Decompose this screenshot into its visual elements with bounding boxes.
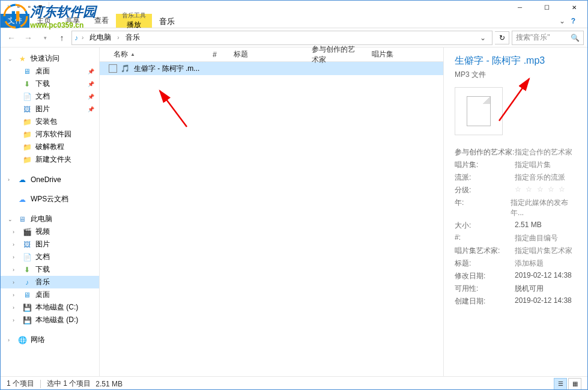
sidebar-item-music[interactable]: ›♪音乐 (1, 276, 99, 288)
sidebar-item-documents[interactable]: 📄文档📌 (1, 90, 99, 103)
sidebar-item-downloads[interactable]: ⬇下载📌 (1, 78, 99, 90)
pc-icon: 🖥 (17, 215, 27, 224)
chevron-down-icon[interactable]: ⌄ (8, 56, 14, 62)
column-artist[interactable]: 参与创作的艺术家 (307, 42, 367, 67)
checkbox[interactable] (109, 64, 117, 73)
minimize-button[interactable]: ─ (506, 1, 533, 14)
pin-icon: 📌 (88, 69, 94, 75)
statusbar: 1 个项目 选中 1 个项目 2.51 MB ☰ ▦ (1, 376, 587, 390)
details-album[interactable]: 指定唱片集 (515, 160, 551, 170)
details-title: 生僻字 - 陈柯宇 .mp3 (455, 55, 577, 67)
sidebar-onedrive[interactable]: ›☁OneDrive (1, 173, 99, 186)
refresh-button[interactable]: ↻ (495, 31, 509, 44)
folder-icon: 📁 (22, 117, 32, 127)
pin-icon: 📌 (88, 94, 94, 100)
back-button[interactable]: ← (4, 31, 19, 45)
sidebar-item-desktop[interactable]: 🖥桌面📌 (1, 65, 99, 78)
sidebar-this-pc[interactable]: ⌄🖥此电脑 (1, 213, 99, 225)
details-pane: 生僻字 - 陈柯宇 .mp3 MP3 文件 参与创作的艺术家:指定合作的艺术家 … (443, 47, 587, 376)
column-name[interactable]: 名称▲ (109, 47, 208, 62)
details-albumartist[interactable]: 指定唱片集艺术家 (515, 246, 572, 256)
details-tracknum[interactable]: 指定曲目编号 (515, 233, 558, 243)
sidebar-item-downloads[interactable]: ›⬇下载 (1, 263, 99, 276)
addressbar: ← → ▾ ↑ ♪ › 此电脑 › 音乐 ⌄ ↻ 搜索"音乐" 🔍 (1, 28, 587, 47)
forward-button[interactable]: → (21, 31, 35, 45)
up-button[interactable]: ↑ (55, 31, 69, 45)
sidebar-item-folder[interactable]: 📁新建文件夹 (1, 153, 99, 166)
chevron-right-icon[interactable]: › (115, 34, 121, 41)
details-artist[interactable]: 指定合作的艺术家 (515, 147, 572, 157)
breadcrumb-music[interactable]: 音乐 (123, 31, 142, 44)
status-item-count: 1 个项目 (7, 379, 34, 389)
column-title[interactable]: 标题 (229, 47, 307, 62)
qat-dropdown-icon[interactable]: ▾ (35, 2, 45, 11)
pin-icon: 📌 (88, 106, 94, 112)
column-number[interactable]: # (208, 48, 229, 61)
drive-icon: 💾 (22, 315, 32, 325)
file-row[interactable]: 🎵 生僻字 - 陈柯宇 .m... (100, 62, 443, 75)
music-icon: ♪ (74, 34, 78, 42)
file-icon: 🎵 (121, 64, 130, 73)
chevron-right-icon[interactable]: › (8, 177, 14, 183)
sidebar-item-desktop[interactable]: ›🖥桌面 (1, 288, 99, 301)
details-genre[interactable]: 指定音乐的流派 (515, 172, 565, 183)
ribbon-tab-home[interactable]: 主页 (29, 14, 58, 28)
pin-icon: 📌 (88, 81, 94, 87)
folder-icon: 📁 (22, 142, 32, 152)
picture-icon: 🖼 (22, 105, 32, 114)
details-rating[interactable]: ☆ ☆ ☆ ☆ ☆ (515, 185, 566, 195)
details-properties: 参与创作的艺术家:指定合作的艺术家 唱片集:指定唱片集 流派:指定音乐的流派 分… (455, 147, 577, 306)
sidebar-item-folder[interactable]: 📁河东软件园 (1, 128, 99, 141)
document-icon: 📄 (22, 252, 32, 262)
chevron-down-icon[interactable]: ⌄ (8, 216, 14, 222)
star-icon: ★ (17, 54, 27, 64)
picture-icon: 🖼 (22, 240, 32, 249)
ribbon-tab-view[interactable]: 查看 (87, 14, 116, 28)
ribbon-expand-icon[interactable]: ⌄ (559, 17, 565, 25)
close-button[interactable]: ✕ (560, 1, 587, 14)
sidebar-item-folder[interactable]: 📁破解教程 (1, 141, 99, 153)
details-year[interactable]: 指定此媒体的发布年... (511, 198, 577, 218)
details-created: 2019-02-12 14:38 (515, 296, 572, 306)
qat-item-icon[interactable]: ▫ (14, 2, 23, 11)
sidebar-item-folder[interactable]: 📁安装包 (1, 115, 99, 128)
sidebar-quick-access[interactable]: ⌄ ★ 快速访问 (1, 52, 99, 65)
sidebar-wps[interactable]: ☁WPS云文档 (1, 193, 99, 206)
ribbon-file-tab[interactable]: 文件 (1, 14, 29, 28)
breadcrumb-this-pc[interactable]: 此电脑 (87, 31, 114, 44)
details-size: 2.51 MB (515, 221, 542, 231)
network-icon: 🌐 (17, 335, 27, 345)
breadcrumb[interactable]: ♪ › 此电脑 › 音乐 ⌄ (71, 31, 493, 45)
ribbon-separator (49, 2, 58, 13)
sidebar-item-drive-c[interactable]: ›💾本地磁盘 (C:) (1, 301, 99, 314)
sidebar-network[interactable]: ›🌐网络 (1, 334, 99, 346)
column-album[interactable]: 唱片集 (367, 47, 403, 62)
ribbon-context-music[interactable]: 音乐工具 播放 (116, 14, 152, 28)
view-icons-button[interactable]: ▦ (568, 378, 581, 390)
file-list[interactable]: 名称▲ # 标题 参与创作的艺术家 唱片集 🎵 生僻字 - 陈柯宇 .m... (100, 47, 443, 376)
music-folder-icon: ♪ (3, 2, 13, 11)
desktop-icon: 🖥 (22, 67, 32, 76)
address-dropdown-icon[interactable]: ⌄ (476, 34, 489, 42)
sidebar-item-videos[interactable]: ›🎬视频 (1, 225, 99, 238)
ribbon: 文件 主页 共享 查看 音乐工具 播放 音乐 ⌄ ? (1, 14, 587, 28)
sidebar-item-pictures[interactable]: 🖼图片📌 (1, 103, 99, 115)
sidebar-item-pictures[interactable]: ›🖼图片 (1, 238, 99, 251)
search-input[interactable]: 搜索"音乐" 🔍 (512, 31, 584, 45)
titlebar: ♪ ▫ ▫ ▾ ─ ☐ ✕ (1, 1, 587, 14)
help-icon[interactable]: ? (571, 17, 575, 25)
status-selected: 选中 1 个项目 (47, 379, 91, 389)
chevron-right-icon[interactable]: › (79, 34, 86, 41)
qat-item-icon[interactable]: ▫ (25, 2, 34, 11)
history-dropdown[interactable]: ▾ (38, 31, 52, 45)
details-title-field[interactable]: 添加标题 (515, 258, 544, 269)
music-icon: ♪ (22, 278, 32, 287)
ribbon-tab-share[interactable]: 共享 (58, 14, 87, 28)
folder-icon: 📁 (22, 130, 32, 139)
column-headers: 名称▲ # 标题 参与创作的艺术家 唱片集 (100, 47, 443, 62)
navigation-pane[interactable]: ⌄ ★ 快速访问 🖥桌面📌 ⬇下载📌 📄文档📌 🖼图片📌 📁安装包 📁河东软件园… (1, 47, 100, 376)
maximize-button[interactable]: ☐ (533, 1, 560, 14)
sidebar-item-documents[interactable]: ›📄文档 (1, 251, 99, 263)
sidebar-item-drive-d[interactable]: ›💾本地磁盘 (D:) (1, 314, 99, 326)
view-details-button[interactable]: ☰ (554, 378, 567, 390)
